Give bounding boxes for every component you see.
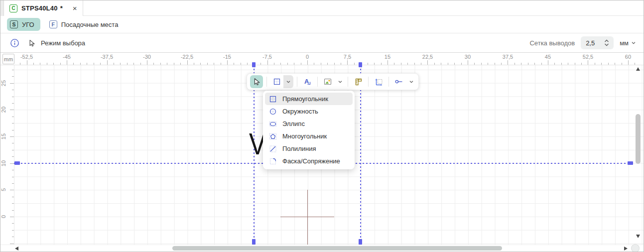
document-tab[interactable]: C STPS40L40 * ×	[4, 0, 83, 16]
ruler-tick	[147, 60, 147, 65]
ruler-tick	[481, 63, 482, 65]
vertical-scroll-thumb[interactable]	[636, 114, 641, 164]
symbol-icon: S	[10, 20, 18, 28]
units-value: мм	[620, 39, 629, 47]
guide-marker[interactable]	[359, 239, 362, 245]
ruler-tick	[407, 63, 408, 65]
rectangle-icon[interactable]	[270, 75, 283, 88]
ruler-label: -37,5	[101, 54, 113, 60]
scroll-down-icon[interactable]	[636, 235, 640, 238]
ruler-label: 20	[0, 102, 6, 117]
ruler-label: -45	[63, 54, 71, 60]
menu-item-polyline[interactable]: Полилиния	[265, 142, 353, 155]
menu-item-label: Фаска/Сопряжение	[282, 157, 340, 165]
chevron-down-icon	[337, 79, 343, 85]
ruler-tick	[448, 63, 448, 65]
guide-marker[interactable]	[252, 239, 256, 245]
ruler-tick	[368, 63, 368, 65]
ruler-tick	[581, 63, 582, 65]
scroll-up-icon[interactable]	[636, 67, 640, 71]
ruler-tick	[10, 83, 14, 84]
select-tool-button[interactable]	[250, 75, 263, 88]
ruler-tick	[60, 63, 61, 65]
ruler-tick	[628, 60, 629, 65]
circle-icon	[268, 107, 277, 116]
text-tool-button[interactable]: A	[301, 75, 314, 88]
ruler-tick	[441, 63, 441, 65]
tab-ugo[interactable]: S УГО	[7, 18, 40, 31]
ruler-tick	[167, 63, 167, 65]
ruler-tick	[234, 63, 234, 65]
ruler-tick	[561, 63, 562, 65]
ruler-label: 37,5	[503, 54, 513, 60]
ruler-tick	[207, 63, 208, 65]
pin-tool-button[interactable]	[392, 75, 405, 88]
ruler-tick	[294, 63, 294, 65]
ruler-tick	[260, 63, 261, 65]
ruler-label: 30	[465, 54, 471, 60]
ruler-tick	[120, 63, 121, 65]
scroll-right-icon[interactable]	[624, 247, 628, 251]
horizontal-scrollbar[interactable]	[0, 245, 644, 252]
image-tool-button[interactable]	[321, 75, 334, 88]
ruler-tick	[12, 230, 14, 231]
ruler-tick	[12, 76, 14, 77]
ruler-tick	[33, 63, 34, 65]
shape-tool-dropdown[interactable]	[283, 75, 293, 88]
ruler-tick	[94, 63, 94, 65]
ruler-horizontal: mm -52,5-45-37,5-30-22,5-15-7,507,51522,…	[0, 53, 644, 65]
scroll-left-icon[interactable]	[15, 247, 18, 251]
stepper-arrows-icon[interactable]	[603, 38, 610, 47]
guide-marker[interactable]	[628, 161, 633, 165]
corner-button[interactable]	[631, 244, 640, 252]
ruler-label: 5	[0, 182, 6, 197]
tab-footprints[interactable]: F Посадочные места	[46, 18, 125, 31]
menu-item-polygon[interactable]: Многоугольник	[265, 130, 353, 142]
ruler-label: 45	[545, 54, 551, 60]
footprint-icon: F	[49, 20, 57, 28]
vertical-scrollbar[interactable]	[634, 66, 643, 241]
ruler-tick	[394, 63, 394, 65]
ruler-tick	[548, 60, 548, 65]
close-icon[interactable]: ×	[73, 4, 77, 12]
ruler-tick	[468, 60, 468, 65]
guide-line-vertical[interactable]	[360, 65, 361, 245]
image-tool-dropdown[interactable]	[336, 75, 344, 88]
horizontal-scroll-thumb[interactable]	[172, 246, 502, 251]
ruler-label: 0	[0, 209, 6, 224]
ruler-tick	[474, 63, 475, 65]
ruler-tick	[274, 63, 274, 65]
image-icon	[323, 77, 332, 86]
transform-tool-button[interactable]	[372, 75, 385, 88]
menu-item-ellipse[interactable]: Эллипс	[265, 118, 353, 130]
ruler-tick	[12, 197, 14, 197]
guide-marker[interactable]	[359, 62, 362, 67]
ruler-tick	[12, 130, 14, 130]
ruler-vertical: 2520151050	[0, 65, 14, 245]
ruler-label: 10	[0, 156, 6, 171]
pin-grid-label: Сетка выводов	[529, 39, 575, 47]
ruler-tick	[40, 63, 40, 65]
ruler-tick	[461, 63, 462, 65]
menu-item-chamfer[interactable]: Фаска/Сопряжение	[265, 155, 353, 167]
ruler-tick	[67, 60, 67, 65]
measure-tool-button[interactable]	[352, 75, 365, 88]
guide-marker[interactable]	[14, 161, 20, 165]
pin-tool-dropdown[interactable]	[407, 75, 415, 88]
ruler-tick	[501, 63, 502, 65]
ruler-tick	[214, 63, 214, 65]
ruler-tick	[12, 103, 14, 104]
info-icon[interactable]	[10, 38, 19, 48]
pin-grid-stepper[interactable]: 2,5	[581, 36, 614, 49]
ruler-tick	[221, 63, 221, 65]
units-dropdown[interactable]: мм	[620, 39, 637, 47]
ruler-tick	[127, 63, 128, 65]
pin-grid-value[interactable]: 2,5	[586, 39, 603, 47]
ruler-tick	[153, 63, 154, 65]
mode-label: Режим выбора	[41, 39, 85, 47]
guide-marker[interactable]	[252, 62, 256, 67]
menu-item-rectangle[interactable]: Прямоугольник	[265, 93, 353, 105]
shape-tool-button[interactable]	[270, 75, 293, 88]
menu-item-circle[interactable]: Окружность	[265, 105, 353, 118]
ruler-tick	[180, 63, 181, 65]
